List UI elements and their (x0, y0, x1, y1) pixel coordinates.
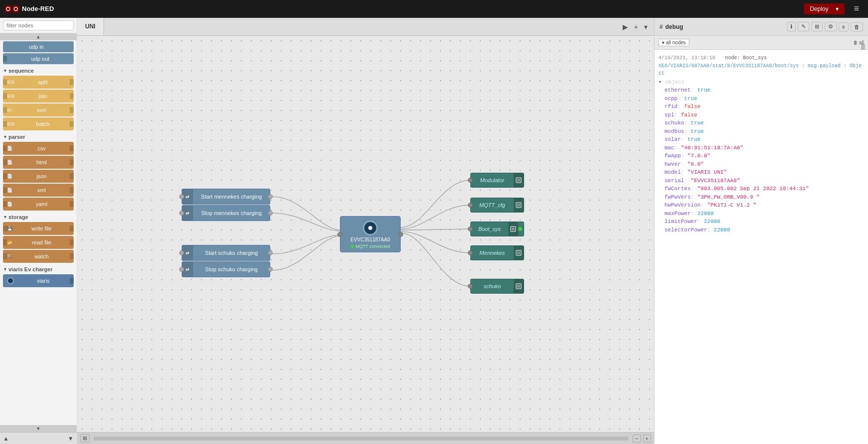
canvas-bottom-bar: ⊞ − + (77, 432, 654, 444)
node-json[interactable]: 📄 json (3, 170, 74, 183)
scroll-down-button[interactable]: ▼ (0, 425, 77, 432)
evvc-status: MQTT connected (350, 244, 390, 249)
node-batch[interactable]: ⊞⊞ batch (3, 117, 74, 130)
node-start-mennekes[interactable]: ⇄ Start mennekes charging (182, 189, 270, 205)
debug-panel: # debug ℹ ✎ ⊞ ⚙ ≡ 🗑 ▾ all nodes 🗑 all (654, 18, 868, 444)
canvas-zoom-out-button[interactable]: − (633, 435, 641, 443)
evvc-name: EVVC351187AA0 (350, 237, 390, 242)
node-stop-schuko[interactable]: ⇄ Stop schuko charging (182, 261, 270, 277)
node-sort[interactable]: ⊞| sort (3, 104, 74, 116)
canvas-fit-button[interactable]: ⊞ (80, 434, 90, 443)
node-html[interactable]: 📄 html (3, 156, 74, 169)
node-watch[interactable]: 🔍 watch (3, 250, 74, 263)
node-list: udp in udp out ▾ sequence ⊞⊞ split ⊞⊞ (0, 40, 77, 425)
filter-all-nodes-button[interactable]: ▾ all nodes (658, 39, 689, 46)
node-udp-in[interactable]: udp in (3, 41, 74, 52)
debug-entry: 4/10/2023, 13:18:10 node: Boot_sys XEO/V… (658, 54, 864, 234)
logo-icon (5, 4, 19, 14)
scroll-up-button[interactable]: ▲ (0, 33, 77, 40)
canvas-tab-bar: UNI ▶ + ▾ (77, 18, 654, 36)
node-mennekes[interactable]: Mennekes (470, 245, 524, 260)
debug-title: # debug (659, 23, 683, 30)
node-udp-out[interactable]: udp out (3, 53, 74, 64)
canvas-zoom-in-button[interactable]: + (643, 435, 651, 443)
debug-settings-button[interactable]: ⚙ (825, 22, 837, 31)
main-layout: ▲ udp in udp out ▾ sequence ⊞⊞ split (0, 18, 868, 444)
node-start-schuko[interactable]: ⇄ Start schuko charging (182, 245, 270, 261)
debug-info-button[interactable]: ℹ (787, 22, 796, 31)
node-viaris[interactable]: viaris (3, 274, 74, 287)
node-evvc-central[interactable]: EVVC351187AA0 MQTT connected (340, 216, 401, 252)
canvas-area: UNI ▶ + ▾ (77, 18, 654, 444)
category-sequence[interactable]: ▾ sequence (0, 65, 77, 75)
app-title: Node-RED (22, 5, 54, 12)
node-schuko[interactable]: schuko (470, 279, 524, 294)
node-xml[interactable]: 📄 xml (3, 184, 74, 197)
tab-actions: ▶ + ▾ (620, 18, 654, 35)
tab-add-button[interactable]: + (632, 22, 641, 32)
svg-rect-0 (5, 5, 11, 12)
debug-edit-button[interactable]: ✎ (798, 22, 809, 31)
debug-list-button[interactable]: ≡ (839, 22, 849, 31)
node-boot-sys[interactable]: Boot_sys (470, 222, 524, 236)
flow-canvas[interactable]: ⇄ Start mennekes charging ⇄ Stop menneke… (77, 36, 654, 432)
node-split[interactable]: ⊞⊞ split (3, 76, 74, 89)
node-csv[interactable]: 📄 csv (3, 142, 74, 155)
node-yaml[interactable]: 📄 yaml (3, 198, 74, 211)
app-logo: Node-RED (5, 4, 54, 14)
filter-nodes-input[interactable] (3, 20, 74, 30)
category-storage[interactable]: ▾ storage (0, 212, 77, 221)
node-modulator[interactable]: Modulator (470, 173, 524, 188)
node-read-file[interactable]: 📂 read file (3, 236, 74, 249)
debug-path: XEO/VIARIS/087AA0/stat/0/EVVC351187AA0/b… (658, 62, 864, 77)
sidebar-zoom-in[interactable]: ▼ (68, 435, 74, 442)
node-sidebar: ▲ udp in udp out ▾ sequence ⊞⊞ split (0, 18, 77, 444)
debug-trash-button[interactable]: 🗑 (851, 22, 863, 31)
deploy-button[interactable]: Deploy ▾ (804, 3, 845, 14)
debug-header: # debug ℹ ✎ ⊞ ⚙ ≡ 🗑 (654, 18, 868, 36)
sidebar-zoom-out[interactable]: ▲ (3, 435, 9, 442)
app-header: Node-RED Deploy ▾ ≡ (0, 0, 868, 18)
debug-content: 4/10/2023, 13:18:10 node: Boot_sys XEO/V… (654, 50, 868, 444)
main-menu-button[interactable]: ≡ (850, 1, 863, 16)
node-join[interactable]: ⊞⊞ join (3, 90, 74, 103)
tab-run-button[interactable]: ▶ (620, 22, 631, 32)
node-mqtt-cfg[interactable]: MQTT_cfg (470, 198, 524, 213)
category-parser[interactable]: ▾ parser (0, 131, 77, 141)
svg-rect-1 (12, 5, 19, 12)
debug-filter-bar: ▾ all nodes 🗑 all (654, 36, 868, 50)
debug-timestamp: 4/10/2023, 13:18:10 node: Boot_sys (658, 54, 864, 62)
debug-copy-button[interactable]: ⊞ (811, 22, 823, 31)
tab-more-button[interactable]: ▾ (642, 22, 650, 32)
filter-nodes-container (0, 18, 77, 33)
canvas-scrollbar[interactable] (94, 437, 629, 441)
deploy-chevron: ▾ (832, 5, 839, 12)
node-stop-mennekes[interactable]: ⇄ Stop mennekes charging (182, 205, 270, 221)
sidebar-bottom-bar: ▲ ▼ (0, 432, 77, 444)
category-viaris[interactable]: ▾ viaris Ev charger (0, 264, 77, 273)
debug-tree: ▾ object ethernet: true ocpp: true rfid:… (658, 78, 864, 234)
tab-uni[interactable]: UNI (77, 18, 104, 35)
debug-action-buttons: ℹ ✎ ⊞ ⚙ ≡ 🗑 (787, 22, 863, 31)
node-write-file[interactable]: 💾 write file (3, 222, 74, 235)
